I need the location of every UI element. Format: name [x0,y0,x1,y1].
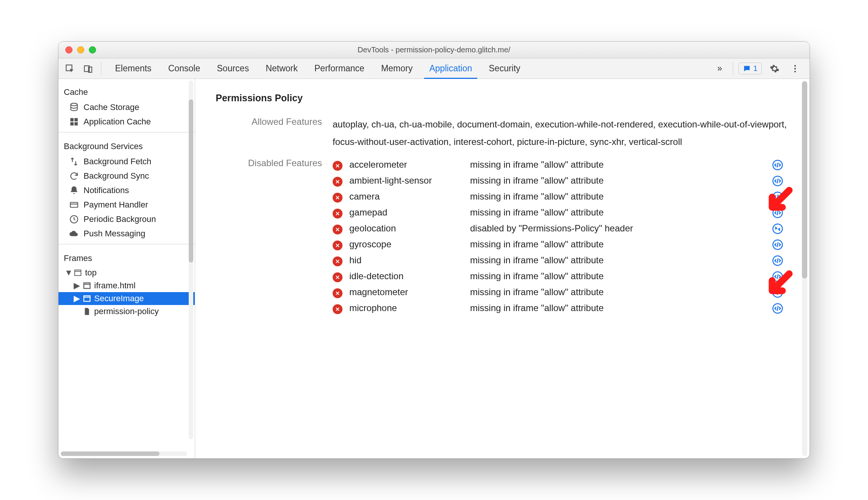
caret-down-icon: ▼ [65,268,71,278]
tab-console[interactable]: Console [160,58,208,79]
caret-right-icon: ▶ [74,281,80,291]
reveal-element-button[interactable] [766,255,789,266]
toolbar-right: 1 [739,61,806,76]
zoom-window-button[interactable] [89,46,96,53]
disabled-feature-row: cameramissing in iframe "allow" attribut… [333,189,789,205]
tab-application[interactable]: Application [421,58,481,79]
feature-name: gyroscope [349,239,467,250]
error-icon [333,177,342,187]
svg-rect-8 [74,118,78,121]
section-title: Permissions Policy [216,93,789,104]
feature-name: geolocation [349,223,467,234]
minimize-window-button[interactable] [77,46,84,53]
tab-performance[interactable]: Performance [306,58,373,79]
error-icon [333,304,342,314]
reveal-header-button[interactable] [766,223,789,234]
disabled-feature-row: magnetometermissing in iframe "allow" at… [333,285,789,300]
sidebar-item-label: Background Sync [84,171,149,181]
cloud-icon [69,229,79,239]
tabs-overflow-button[interactable]: » [712,63,728,74]
close-window-button[interactable] [65,46,73,53]
inspect-element-button[interactable] [62,61,77,76]
sidebar-section-background-services: Background Services [58,135,195,154]
panel-tabs: ElementsConsoleSourcesNetworkPerformance… [107,58,709,79]
frame-tree-item-permission-policy[interactable]: permission-policy [58,305,195,318]
issues-count: 1 [753,64,758,73]
reveal-element-button[interactable] [766,239,789,250]
settings-button[interactable] [767,61,782,76]
tab-memory[interactable]: Memory [373,58,421,79]
fetch-icon [69,157,79,167]
device-toolbar-button[interactable] [80,61,96,76]
tab-network[interactable]: Network [257,58,306,79]
toolbar-divider [101,62,101,75]
disabled-features-label: Disabled Features [216,157,322,168]
devtools-toolbar: ElementsConsoleSourcesNetworkPerformance… [58,58,810,79]
disabled-feature-row: gamepadmissing in iframe "allow" attribu… [333,205,789,221]
feature-name: microphone [349,303,467,313]
sidebar-item-label: Push Messaging [84,229,145,239]
disabled-features-table: accelerometermissing in iframe "allow" a… [333,157,789,316]
allowed-features-label: Allowed Features [216,116,322,127]
feature-name: ambient-light-sensor [349,175,467,186]
error-icon [333,193,342,203]
sidebar-item-label: Payment Handler [84,200,148,210]
error-icon [333,272,342,282]
error-icon [333,209,342,219]
database-icon [69,102,79,112]
sidebar-section-frames: Frames [58,247,195,266]
frame-label: top [85,268,97,278]
feature-reason: missing in iframe "allow" attribute [470,255,763,266]
allowed-features-value: autoplay, ch-ua, ch-ua-mobile, document-… [333,116,789,150]
disabled-feature-row: idle-detectionmissing in iframe "allow" … [333,269,789,285]
frame-tree-item-secureimage[interactable]: ▶SecureImage [58,292,195,305]
frame-tree-root[interactable]: ▼top [58,266,195,279]
svg-point-4 [794,68,796,69]
feature-name: camera [349,191,467,202]
sidebar-item-label: Periodic Backgroun [84,214,156,224]
sync-icon [69,171,79,181]
sidebar-item-label: Background Fetch [84,157,152,167]
disabled-feature-row: accelerometermissing in iframe "allow" a… [333,157,789,173]
iframe-icon [83,294,91,303]
svg-rect-13 [75,270,81,276]
reveal-element-button[interactable] [766,159,789,171]
feature-reason: missing in iframe "allow" attribute [470,207,763,218]
sidebar-vertical-scrollbar[interactable] [189,80,193,439]
feature-name: hid [349,255,467,266]
feature-reason: missing in iframe "allow" attribute [470,303,763,313]
window-titlebar: DevTools - permission-policy-demo.glitch… [58,42,810,58]
sidebar-item-background-sync[interactable]: Background Sync [58,169,195,183]
frame-tree-item-iframe-html[interactable]: ▶iframe.html [58,279,195,292]
disabled-feature-row: geolocationdisabled by "Permissions-Poli… [333,221,789,237]
sidebar-item-cache-storage[interactable]: Cache Storage [58,100,195,115]
tiles-icon [69,117,79,127]
sidebar-item-label: Notifications [84,186,129,195]
tab-elements[interactable]: Elements [107,58,160,79]
main-panel: Permissions Policy Allowed Features auto… [195,79,810,458]
window-icon [74,269,82,277]
more-menu-button[interactable] [788,61,803,76]
sidebar-item-background-fetch[interactable]: Background Fetch [58,154,195,169]
main-vertical-scrollbar[interactable] [802,81,807,456]
disabled-feature-row: gyroscopemissing in iframe "allow" attri… [333,237,789,253]
tab-security[interactable]: Security [480,58,529,79]
sidebar-item-notifications[interactable]: Notifications [58,183,195,198]
issues-button[interactable]: 1 [739,63,762,74]
toolbar-divider [733,62,733,75]
sidebar-item-periodic-backgroun[interactable]: Periodic Backgroun [58,212,195,226]
frame-label: permission-policy [94,307,159,316]
sidebar-horizontal-scrollbar[interactable] [61,451,187,456]
feature-reason: missing in iframe "allow" attribute [470,271,763,281]
tab-sources[interactable]: Sources [208,58,257,79]
sidebar-item-application-cache[interactable]: Application Cache [58,115,195,129]
sidebar-item-push-messaging[interactable]: Push Messaging [58,226,195,241]
feature-reason: missing in iframe "allow" attribute [470,239,763,250]
sidebar-item-payment-handler[interactable]: Payment Handler [58,198,195,212]
sidebar-section-cache: Cache [58,81,195,100]
card-icon [69,200,79,210]
svg-rect-9 [70,122,74,126]
svg-rect-11 [70,203,78,208]
error-icon [333,288,342,298]
feature-reason: missing in iframe "allow" attribute [470,159,763,170]
